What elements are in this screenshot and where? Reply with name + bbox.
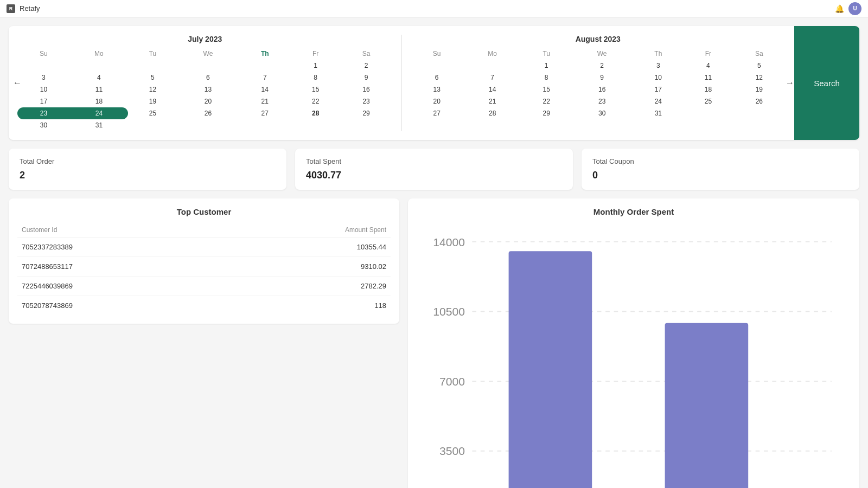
july-day[interactable]: [340, 119, 393, 131]
august-day[interactable]: 8: [521, 72, 571, 84]
july-day[interactable]: 12: [128, 84, 177, 95]
july-day[interactable]: 10: [17, 84, 70, 95]
august-day[interactable]: 31: [633, 107, 684, 119]
july-day[interactable]: [128, 60, 177, 72]
july-day[interactable]: 30: [17, 119, 70, 131]
july-day[interactable]: 22: [291, 95, 340, 107]
august-day[interactable]: 14: [463, 84, 522, 95]
august-day[interactable]: 19: [733, 84, 786, 95]
july-day[interactable]: 15: [291, 84, 340, 95]
july-day[interactable]: 28: [291, 107, 340, 119]
chart-title: Monthly Order Spent: [417, 207, 851, 216]
august-day[interactable]: 15: [521, 84, 571, 95]
august-day[interactable]: 28: [463, 107, 522, 119]
july-day[interactable]: 31: [70, 119, 128, 131]
july-day[interactable]: [177, 60, 239, 72]
top-customer-card: Top Customer Customer Id Amount Spent 70…: [9, 198, 399, 324]
july-day[interactable]: 27: [239, 107, 291, 119]
august-day[interactable]: 10: [633, 72, 684, 84]
day-sa: Sa: [340, 48, 393, 60]
august-day[interactable]: 2: [571, 60, 633, 72]
august-day[interactable]: 16: [571, 84, 633, 95]
july-day[interactable]: [70, 60, 128, 72]
august-day[interactable]: 3: [633, 60, 684, 72]
july-day[interactable]: [177, 119, 239, 131]
august-day[interactable]: 30: [571, 107, 633, 119]
august-day[interactable]: [684, 107, 732, 119]
calendar-prev-button[interactable]: ←: [13, 78, 22, 88]
august-day[interactable]: 29: [521, 107, 571, 119]
august-day[interactable]: 9: [571, 72, 633, 84]
july-day[interactable]: 29: [340, 107, 393, 119]
july-day[interactable]: 5: [128, 72, 177, 84]
july-day[interactable]: 16: [340, 84, 393, 95]
july-day[interactable]: [17, 60, 70, 72]
july-day[interactable]: 21: [239, 95, 291, 107]
august-day[interactable]: 22: [521, 95, 571, 107]
july-day[interactable]: 23: [340, 95, 393, 107]
july-day[interactable]: 6: [177, 72, 239, 84]
august-day[interactable]: 13: [411, 84, 463, 95]
august-day[interactable]: 5: [733, 60, 786, 72]
titlebar-actions: 🔔 U: [835, 2, 861, 15]
july-day[interactable]: 8: [291, 72, 340, 84]
july-day[interactable]: [128, 119, 177, 131]
august-day[interactable]: [733, 107, 786, 119]
customer-amount-cell: 10355.44: [221, 237, 391, 257]
july-day[interactable]: 17: [17, 95, 70, 107]
july-day[interactable]: 4: [70, 72, 128, 84]
august-day[interactable]: 24: [633, 95, 684, 107]
july-day[interactable]: 3: [17, 72, 70, 84]
customer-amount-cell: 9310.02: [221, 257, 391, 277]
august-day[interactable]: 20: [411, 95, 463, 107]
july-day[interactable]: 18: [70, 95, 128, 107]
total-spent-value: 4030.77: [306, 170, 562, 181]
july-day[interactable]: [239, 119, 291, 131]
august-title: August 2023: [411, 35, 786, 43]
july-day[interactable]: 13: [177, 84, 239, 95]
july-day[interactable]: [291, 119, 340, 131]
july-day[interactable]: 7: [239, 72, 291, 84]
calendar-next-button[interactable]: →: [786, 78, 794, 88]
customer-id-cell: 7052337283389: [17, 237, 221, 257]
customer-row: 705233728338910355.44: [17, 237, 391, 257]
july-day[interactable]: 1: [291, 60, 340, 72]
aug-day-tu: Tu: [521, 48, 571, 60]
total-coupon-label: Total Coupon: [592, 157, 848, 165]
august-day[interactable]: 4: [684, 60, 732, 72]
customer-row: 7052078743869118: [17, 296, 391, 316]
august-day[interactable]: 18: [684, 84, 732, 95]
august-day[interactable]: [411, 60, 463, 72]
august-day[interactable]: 21: [463, 95, 522, 107]
july-day[interactable]: 20: [177, 95, 239, 107]
august-day[interactable]: 27: [411, 107, 463, 119]
july-day[interactable]: 25: [128, 107, 177, 119]
july-day[interactable]: 14: [239, 84, 291, 95]
august-day[interactable]: 12: [733, 72, 786, 84]
july-day[interactable]: 11: [70, 84, 128, 95]
customer-amount-cell: 118: [221, 296, 391, 316]
august-day[interactable]: 7: [463, 72, 522, 84]
august-day[interactable]: [463, 60, 522, 72]
notification-icon[interactable]: 🔔: [835, 4, 844, 13]
august-day[interactable]: 6: [411, 72, 463, 84]
july-day[interactable]: 19: [128, 95, 177, 107]
app-icon: R: [7, 4, 15, 13]
day-fr: Fr: [291, 48, 340, 60]
july-day[interactable]: 24: [70, 107, 128, 119]
july-day[interactable]: 23: [17, 107, 70, 119]
stats-row: Total Order 2 Total Spent 4030.77 Total …: [9, 149, 859, 190]
august-day[interactable]: 23: [571, 95, 633, 107]
august-day[interactable]: 1: [521, 60, 571, 72]
svg-text:7000: 7000: [439, 375, 465, 388]
july-day[interactable]: 9: [340, 72, 393, 84]
august-day[interactable]: 11: [684, 72, 732, 84]
july-day[interactable]: [239, 60, 291, 72]
july-day[interactable]: 26: [177, 107, 239, 119]
july-day[interactable]: 2: [340, 60, 393, 72]
august-day[interactable]: 25: [684, 95, 732, 107]
august-day[interactable]: 17: [633, 84, 684, 95]
search-button[interactable]: Search: [794, 26, 859, 140]
avatar[interactable]: U: [848, 2, 861, 15]
august-day[interactable]: 26: [733, 95, 786, 107]
